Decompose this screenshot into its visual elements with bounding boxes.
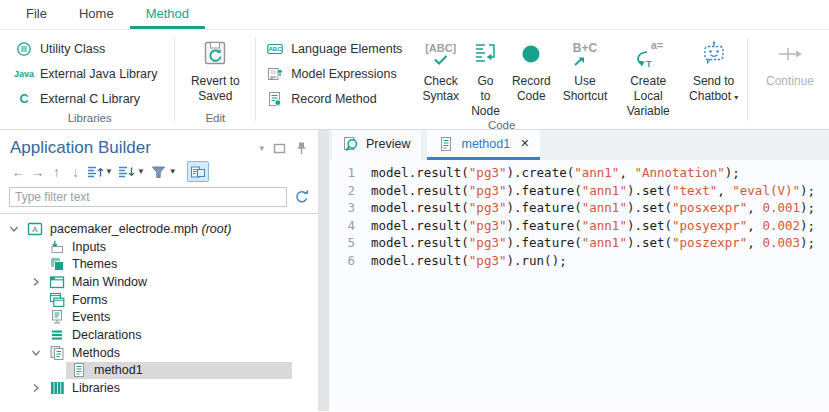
send-to-chatbot-button[interactable]: Send to Chatbot▾	[685, 30, 742, 104]
tree-item-pacemaker-electrode-mph[interactable]: Apacemaker_electrode.mph (root)	[0, 220, 318, 238]
editor-tab-method1[interactable]: method1✕	[427, 130, 540, 160]
code-text[interactable]: model.result("pg3").feature("ann1").set(…	[371, 234, 815, 252]
ribbon-separator	[255, 38, 256, 121]
filter-input[interactable]	[9, 187, 287, 207]
editor-tab-bar: Previewmethod1✕	[329, 130, 829, 160]
line-number: 4	[329, 217, 355, 235]
chevron-down-icon[interactable]	[6, 224, 22, 234]
chevron-right-icon[interactable]	[28, 277, 44, 287]
revert-to-saved-icon	[201, 36, 229, 72]
panel-title: Application Builder	[10, 138, 250, 158]
utility-class-button[interactable]: Utility Class	[8, 36, 171, 61]
create-local-variable-button[interactable]: a=T Create Local Variable	[615, 30, 681, 119]
menu-tab-method[interactable]: Method	[130, 0, 205, 29]
move-down-arrow-icon[interactable]: ↓	[66, 164, 85, 180]
declarations-icon	[49, 327, 65, 343]
java-icon: Java	[16, 66, 32, 82]
ribbon-separator	[747, 38, 748, 121]
panel-collapse-icon[interactable]: ▾	[259, 143, 264, 153]
app-root-icon: A	[27, 221, 43, 237]
chatbot-icon	[700, 36, 728, 72]
record-code-button[interactable]: Record Code	[508, 30, 555, 104]
panel-float-icon[interactable]	[273, 142, 286, 155]
ribbon-group-continue: Continue	[751, 30, 829, 129]
themes-icon	[49, 256, 65, 272]
tree-item-libraries[interactable]: Libraries	[0, 379, 318, 397]
record-method-button[interactable]: Record Method	[259, 86, 416, 111]
chevron-down-icon[interactable]	[28, 348, 44, 358]
method-doc-icon	[71, 362, 87, 378]
ribbon-separator	[174, 38, 175, 121]
go-to-node-button[interactable]: Go to Node	[467, 30, 504, 119]
tree-item-method1[interactable]: method1	[0, 362, 318, 380]
create-local-variable-icon: a=T	[633, 36, 663, 72]
code-text[interactable]: model.result("pg3").feature("ann1").set(…	[371, 217, 815, 235]
model-expressions-button[interactable]: a=Model Expressions	[259, 61, 416, 86]
line-number: 6	[329, 252, 355, 270]
method-editor: Previewmethod1✕ 1model.result("pg3").cre…	[329, 130, 829, 411]
chevron-down-icon[interactable]: ▼	[105, 167, 113, 176]
ribbon-group-code: ABCLanguage Elementsa=Model ExpressionsR…	[259, 30, 744, 129]
menu-tab-home[interactable]: Home	[63, 0, 130, 29]
back-arrow-icon[interactable]: ←	[9, 164, 28, 180]
show-in-editor-toggle[interactable]	[187, 161, 209, 182]
close-tab-icon[interactable]: ✕	[520, 138, 529, 149]
filter-icon[interactable]	[149, 165, 168, 179]
check-syntax-icon: [ABC]	[425, 36, 456, 72]
code-line: 2model.result("pg3").feature("ann1").set…	[329, 182, 829, 200]
expand-list-icon[interactable]	[85, 164, 104, 180]
editor-tab-preview[interactable]: Preview	[332, 130, 421, 160]
check-syntax-button[interactable]: [ABC] Check Syntax	[418, 30, 463, 104]
main-area: Application Builder ▾ ← → ↑ ↓ ▼ ▼ ▼ Apac…	[0, 130, 829, 411]
collapse-list-icon[interactable]	[117, 164, 136, 180]
tree-item-inputs[interactable]: Inputs	[0, 238, 318, 256]
code-text[interactable]: model.result("pg3").create("ann1", "Anno…	[371, 164, 740, 182]
tree-item-declarations[interactable]: Declarations	[0, 326, 318, 344]
line-number: 5	[329, 234, 355, 252]
chevron-down-icon[interactable]: ▼	[137, 167, 145, 176]
c-icon: C	[16, 91, 32, 107]
tree-item-events[interactable]: Events	[0, 308, 318, 326]
code-text[interactable]: model.result("pg3").run();	[371, 252, 567, 270]
method-doc-icon	[438, 136, 454, 152]
tree-item-main-window[interactable]: Main Window	[0, 273, 318, 291]
application-builder-panel: Application Builder ▾ ← → ↑ ↓ ▼ ▼ ▼ Apac…	[0, 130, 318, 411]
tree-item-forms[interactable]: Forms	[0, 291, 318, 309]
ribbon: Utility ClassJavaExternal Java LibraryCE…	[0, 30, 829, 130]
move-up-arrow-icon[interactable]: ↑	[47, 164, 66, 180]
record-code-icon	[518, 36, 544, 72]
language-elements-button[interactable]: ABCLanguage Elements	[259, 36, 416, 61]
code-line: 4model.result("pg3").feature("ann1").set…	[329, 217, 829, 235]
tree-item-methods[interactable]: Methods	[0, 344, 318, 362]
continue-button[interactable]: Continue	[762, 30, 818, 89]
external-java-library-button[interactable]: JavaExternal Java Library	[8, 61, 171, 86]
panel-resize-sash[interactable]	[318, 130, 329, 411]
external-c-library-button[interactable]: CExternal C Library	[8, 86, 171, 111]
ribbon-group-libraries: Utility ClassJavaExternal Java LibraryCE…	[8, 30, 171, 129]
forward-arrow-icon[interactable]: →	[28, 164, 47, 180]
code-text[interactable]: model.result("pg3").feature("ann1").set(…	[371, 182, 815, 200]
utility-class-icon	[16, 41, 32, 57]
preview-icon	[343, 136, 359, 152]
ribbon-group-edit: Revert to Saved Edit	[178, 30, 252, 129]
libraries-items: Utility ClassJavaExternal Java LibraryCE…	[8, 30, 171, 111]
chevron-down-icon[interactable]: ▼	[169, 167, 177, 176]
code-text[interactable]: model.result("pg3").feature("ann1").set(…	[371, 199, 815, 217]
use-shortcut-button[interactable]: B+C Use Shortcut	[559, 30, 612, 104]
line-number: 2	[329, 182, 355, 200]
continue-icon	[775, 36, 805, 72]
record-method-icon	[267, 91, 283, 107]
model-expressions-icon: a=	[267, 66, 283, 82]
svg-text:T: T	[646, 59, 652, 69]
revert-to-saved-button[interactable]: Revert to Saved	[182, 30, 248, 104]
line-number: 3	[329, 199, 355, 217]
code-area[interactable]: 1model.result("pg3").create("ann1", "Ann…	[329, 160, 829, 411]
chevron-right-icon[interactable]	[28, 383, 44, 393]
tree-item-themes[interactable]: Themes	[0, 255, 318, 273]
chevron-down-icon: ▾	[734, 93, 738, 102]
go-to-node-icon	[473, 36, 499, 72]
refresh-icon[interactable]	[294, 189, 310, 205]
code-line: 3model.result("pg3").feature("ann1").set…	[329, 199, 829, 217]
panel-pin-icon[interactable]	[295, 141, 308, 155]
menu-tab-file[interactable]: File	[10, 0, 63, 29]
